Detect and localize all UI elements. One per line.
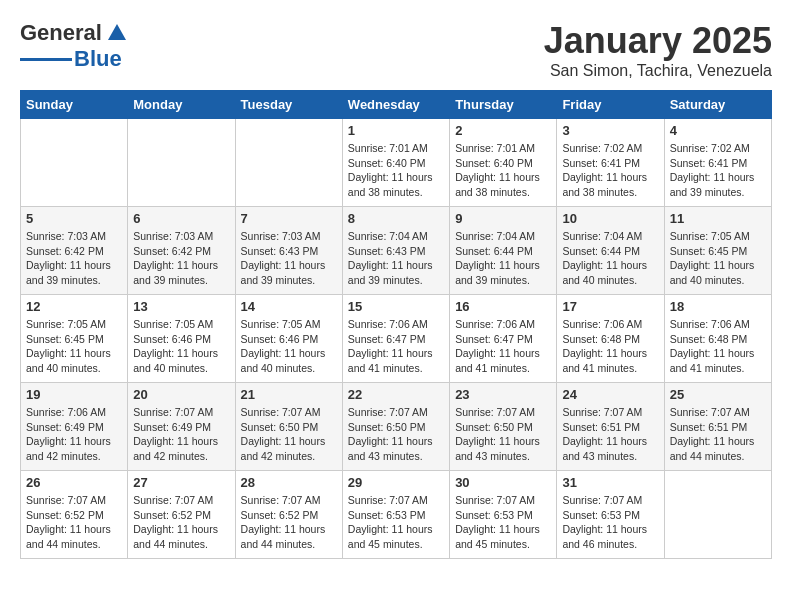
calendar-cell: 14Sunrise: 7:05 AMSunset: 6:46 PMDayligh…	[235, 295, 342, 383]
calendar-cell	[235, 119, 342, 207]
day-info: Sunrise: 7:07 AMSunset: 6:50 PMDaylight:…	[241, 405, 337, 464]
day-number: 7	[241, 211, 337, 226]
day-header-monday: Monday	[128, 91, 235, 119]
day-header-thursday: Thursday	[450, 91, 557, 119]
calendar-cell: 4Sunrise: 7:02 AMSunset: 6:41 PMDaylight…	[664, 119, 771, 207]
title-block: January 2025 San Simon, Tachira, Venezue…	[544, 20, 772, 80]
day-info: Sunrise: 7:02 AMSunset: 6:41 PMDaylight:…	[670, 141, 766, 200]
calendar-cell: 7Sunrise: 7:03 AMSunset: 6:43 PMDaylight…	[235, 207, 342, 295]
calendar-cell: 18Sunrise: 7:06 AMSunset: 6:48 PMDayligh…	[664, 295, 771, 383]
calendar-cell: 15Sunrise: 7:06 AMSunset: 6:47 PMDayligh…	[342, 295, 449, 383]
calendar-cell: 28Sunrise: 7:07 AMSunset: 6:52 PMDayligh…	[235, 471, 342, 559]
day-number: 15	[348, 299, 444, 314]
day-info: Sunrise: 7:02 AMSunset: 6:41 PMDaylight:…	[562, 141, 658, 200]
day-number: 3	[562, 123, 658, 138]
calendar-cell: 20Sunrise: 7:07 AMSunset: 6:49 PMDayligh…	[128, 383, 235, 471]
logo: General Blue	[20, 20, 128, 72]
calendar-cell: 29Sunrise: 7:07 AMSunset: 6:53 PMDayligh…	[342, 471, 449, 559]
day-info: Sunrise: 7:03 AMSunset: 6:42 PMDaylight:…	[133, 229, 229, 288]
page-header: General Blue January 2025 San Simon, Tac…	[20, 20, 772, 80]
calendar-cell: 11Sunrise: 7:05 AMSunset: 6:45 PMDayligh…	[664, 207, 771, 295]
day-info: Sunrise: 7:07 AMSunset: 6:53 PMDaylight:…	[562, 493, 658, 552]
calendar-week-5: 26Sunrise: 7:07 AMSunset: 6:52 PMDayligh…	[21, 471, 772, 559]
location-title: San Simon, Tachira, Venezuela	[544, 62, 772, 80]
day-number: 29	[348, 475, 444, 490]
day-info: Sunrise: 7:06 AMSunset: 6:47 PMDaylight:…	[455, 317, 551, 376]
day-number: 1	[348, 123, 444, 138]
day-info: Sunrise: 7:05 AMSunset: 6:45 PMDaylight:…	[670, 229, 766, 288]
day-number: 25	[670, 387, 766, 402]
calendar-cell: 17Sunrise: 7:06 AMSunset: 6:48 PMDayligh…	[557, 295, 664, 383]
logo-general-text: General	[20, 20, 102, 46]
calendar-table: SundayMondayTuesdayWednesdayThursdayFrid…	[20, 90, 772, 559]
calendar-cell: 30Sunrise: 7:07 AMSunset: 6:53 PMDayligh…	[450, 471, 557, 559]
day-info: Sunrise: 7:04 AMSunset: 6:44 PMDaylight:…	[455, 229, 551, 288]
day-info: Sunrise: 7:06 AMSunset: 6:49 PMDaylight:…	[26, 405, 122, 464]
day-number: 9	[455, 211, 551, 226]
day-number: 4	[670, 123, 766, 138]
calendar-cell	[21, 119, 128, 207]
day-info: Sunrise: 7:06 AMSunset: 6:48 PMDaylight:…	[670, 317, 766, 376]
calendar-cell: 3Sunrise: 7:02 AMSunset: 6:41 PMDaylight…	[557, 119, 664, 207]
day-info: Sunrise: 7:04 AMSunset: 6:44 PMDaylight:…	[562, 229, 658, 288]
day-info: Sunrise: 7:03 AMSunset: 6:42 PMDaylight:…	[26, 229, 122, 288]
calendar-cell: 8Sunrise: 7:04 AMSunset: 6:43 PMDaylight…	[342, 207, 449, 295]
day-number: 20	[133, 387, 229, 402]
day-info: Sunrise: 7:04 AMSunset: 6:43 PMDaylight:…	[348, 229, 444, 288]
day-info: Sunrise: 7:03 AMSunset: 6:43 PMDaylight:…	[241, 229, 337, 288]
svg-marker-0	[108, 24, 126, 40]
day-header-friday: Friday	[557, 91, 664, 119]
day-number: 28	[241, 475, 337, 490]
day-number: 10	[562, 211, 658, 226]
day-number: 26	[26, 475, 122, 490]
calendar-cell: 22Sunrise: 7:07 AMSunset: 6:50 PMDayligh…	[342, 383, 449, 471]
calendar-cell: 1Sunrise: 7:01 AMSunset: 6:40 PMDaylight…	[342, 119, 449, 207]
calendar-cell: 23Sunrise: 7:07 AMSunset: 6:50 PMDayligh…	[450, 383, 557, 471]
calendar-cell: 25Sunrise: 7:07 AMSunset: 6:51 PMDayligh…	[664, 383, 771, 471]
day-number: 12	[26, 299, 122, 314]
calendar-cell: 26Sunrise: 7:07 AMSunset: 6:52 PMDayligh…	[21, 471, 128, 559]
calendar-header-row: SundayMondayTuesdayWednesdayThursdayFrid…	[21, 91, 772, 119]
day-info: Sunrise: 7:05 AMSunset: 6:46 PMDaylight:…	[241, 317, 337, 376]
day-header-sunday: Sunday	[21, 91, 128, 119]
day-info: Sunrise: 7:07 AMSunset: 6:51 PMDaylight:…	[562, 405, 658, 464]
calendar-cell: 31Sunrise: 7:07 AMSunset: 6:53 PMDayligh…	[557, 471, 664, 559]
day-number: 31	[562, 475, 658, 490]
day-info: Sunrise: 7:07 AMSunset: 6:49 PMDaylight:…	[133, 405, 229, 464]
day-info: Sunrise: 7:01 AMSunset: 6:40 PMDaylight:…	[455, 141, 551, 200]
logo-blue-text: Blue	[74, 46, 122, 72]
day-info: Sunrise: 7:05 AMSunset: 6:45 PMDaylight:…	[26, 317, 122, 376]
day-number: 16	[455, 299, 551, 314]
day-number: 22	[348, 387, 444, 402]
day-info: Sunrise: 7:06 AMSunset: 6:47 PMDaylight:…	[348, 317, 444, 376]
calendar-cell: 5Sunrise: 7:03 AMSunset: 6:42 PMDaylight…	[21, 207, 128, 295]
day-number: 13	[133, 299, 229, 314]
day-number: 11	[670, 211, 766, 226]
day-info: Sunrise: 7:06 AMSunset: 6:48 PMDaylight:…	[562, 317, 658, 376]
calendar-cell: 12Sunrise: 7:05 AMSunset: 6:45 PMDayligh…	[21, 295, 128, 383]
day-number: 19	[26, 387, 122, 402]
calendar-cell: 27Sunrise: 7:07 AMSunset: 6:52 PMDayligh…	[128, 471, 235, 559]
day-number: 21	[241, 387, 337, 402]
month-title: January 2025	[544, 20, 772, 62]
calendar-cell	[664, 471, 771, 559]
day-header-saturday: Saturday	[664, 91, 771, 119]
day-info: Sunrise: 7:07 AMSunset: 6:53 PMDaylight:…	[455, 493, 551, 552]
day-header-wednesday: Wednesday	[342, 91, 449, 119]
day-number: 8	[348, 211, 444, 226]
day-number: 30	[455, 475, 551, 490]
day-info: Sunrise: 7:07 AMSunset: 6:50 PMDaylight:…	[455, 405, 551, 464]
day-info: Sunrise: 7:07 AMSunset: 6:52 PMDaylight:…	[26, 493, 122, 552]
calendar-week-4: 19Sunrise: 7:06 AMSunset: 6:49 PMDayligh…	[21, 383, 772, 471]
day-info: Sunrise: 7:07 AMSunset: 6:52 PMDaylight:…	[133, 493, 229, 552]
day-info: Sunrise: 7:07 AMSunset: 6:52 PMDaylight:…	[241, 493, 337, 552]
logo-icon	[106, 22, 128, 44]
calendar-week-1: 1Sunrise: 7:01 AMSunset: 6:40 PMDaylight…	[21, 119, 772, 207]
day-info: Sunrise: 7:07 AMSunset: 6:50 PMDaylight:…	[348, 405, 444, 464]
calendar-cell: 9Sunrise: 7:04 AMSunset: 6:44 PMDaylight…	[450, 207, 557, 295]
day-number: 23	[455, 387, 551, 402]
calendar-cell: 19Sunrise: 7:06 AMSunset: 6:49 PMDayligh…	[21, 383, 128, 471]
calendar-week-2: 5Sunrise: 7:03 AMSunset: 6:42 PMDaylight…	[21, 207, 772, 295]
day-number: 17	[562, 299, 658, 314]
calendar-cell: 6Sunrise: 7:03 AMSunset: 6:42 PMDaylight…	[128, 207, 235, 295]
